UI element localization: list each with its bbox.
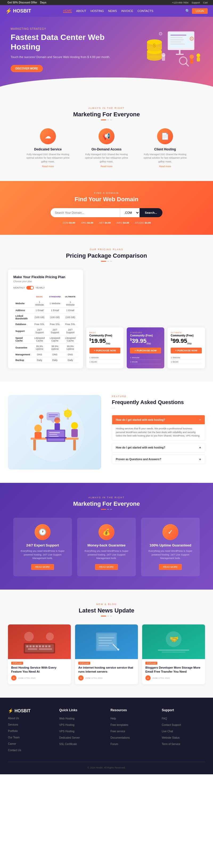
faq-question-2[interactable]: How do I get started with web hosting? + (112, 443, 205, 452)
support-link[interactable]: Support (191, 1, 200, 4)
domain-title: Find Your Web Domain (11, 196, 202, 203)
news-content-2: An internet hosting service service that… (75, 666, 138, 685)
faq-section: FEATURE Frequently Asked Questions · · ·… (0, 382, 213, 483)
svg-rect-28 (33, 440, 36, 451)
faq-question-text-1: How do I get started with web hosting? (116, 418, 165, 421)
discover-button[interactable]: DISCOVER MORE (11, 65, 43, 72)
table-row: Website1 Website1 Website1 Website (13, 300, 78, 308)
footer-link-livechat[interactable]: Live Chat (162, 730, 173, 733)
footer-link-faq[interactable]: FAQ (162, 717, 167, 720)
cart-link[interactable]: Cart (203, 1, 208, 4)
support-title: 24/7 Expert Support (19, 543, 67, 547)
ultimate-purchase-button[interactable]: + PURCHASE NOW (171, 348, 202, 353)
feature-row: 1 Month (171, 360, 202, 364)
footer-link-vps2[interactable]: VPS Hosting (59, 730, 74, 733)
domain-tlds: .COM $4.99 .ORG $4.99 .NET $4.99 .INFO $… (11, 221, 202, 224)
footer-link-career[interactable]: Career (8, 742, 16, 745)
feature-row: 1 Website (130, 355, 161, 360)
news-grid: POPULAR Best Hosting Service With Every … (8, 624, 205, 685)
footer-link-contactsupport[interactable]: Contact Support (162, 723, 181, 726)
moneyback-read-more-button[interactable]: READ MORE (95, 564, 118, 570)
tld-info: .INFO $4.99 (116, 221, 129, 224)
footer-link-ssl[interactable]: SSL Certificate (59, 743, 77, 746)
faq-subtitle: · · · (112, 407, 205, 410)
support-read-more-button[interactable]: READ MORE (31, 564, 54, 570)
footer-link-contact[interactable]: Contact Us (8, 749, 21, 752)
pricing-tag: OUR PRICING PLANS (8, 248, 205, 251)
footer-link-templates[interactable]: Free templates (111, 723, 128, 726)
basic-name: Community (Free) (89, 334, 121, 337)
nav-home[interactable]: HOME (63, 9, 72, 13)
nav-about[interactable]: ABOUT (76, 9, 86, 12)
news-date-2: JUNE 17TH, 2024 (85, 677, 102, 679)
ultimate-price: $99.95/mo (171, 338, 202, 345)
footer-link-freeservice[interactable]: Free service (111, 730, 125, 733)
footer-link-help[interactable]: Help (111, 717, 116, 720)
svg-rect-19 (190, 59, 193, 64)
news-tag: NEW & BLOG (8, 603, 205, 606)
phone-link[interactable]: +123-456-7654 (172, 1, 188, 4)
standard-purchase-button[interactable]: + PURCHASE NOW (130, 348, 161, 353)
domain-tag: FIND A DOMAIN (11, 192, 202, 194)
svg-text:⚙: ⚙ (189, 35, 194, 42)
footer-link-docs[interactable]: Documentations (111, 736, 130, 739)
svg-rect-65 (48, 645, 50, 647)
svg-rect-9 (171, 35, 186, 36)
nav-contacts[interactable]: CONTACTS (138, 9, 153, 12)
faq-question-1[interactable]: How do I get started with web hosting? − (112, 415, 205, 424)
plan-card-ultimate: ULTIMATE Community (Free) $99.95/mo + PU… (168, 328, 205, 368)
footer-link-vps[interactable]: VPS Hosting (59, 723, 74, 726)
domain-search-button[interactable]: Search... (140, 208, 162, 217)
faq-icon-1: − (199, 418, 201, 422)
toggle-switch[interactable] (26, 286, 34, 289)
uptime-read-more-button[interactable]: READ MORE (159, 564, 182, 570)
pricing-grid: Make Your Flexible Pricing Plan Choose y… (8, 270, 205, 368)
tld-org: .ORG $4.99 (81, 221, 93, 224)
footer-link-forum[interactable]: Forum (111, 743, 118, 746)
tld-net: .NET $4.99 (98, 221, 111, 224)
login-button[interactable]: LOGIN (192, 8, 208, 14)
nav-invoice[interactable]: INVOICE (121, 9, 133, 12)
client-read-more[interactable]: Read more (141, 165, 189, 168)
search-icon[interactable]: 🔍 (185, 9, 190, 13)
nav-news[interactable]: NEWS (108, 9, 117, 12)
news-date-1: JUNE 17TH, 2024 (18, 677, 35, 679)
footer-link-about[interactable]: About Us (8, 717, 19, 720)
domain-extension-select[interactable]: .COM .NET .ORG (120, 208, 140, 217)
news-meta-1: A JUNE 17TH, 2024 (11, 675, 68, 681)
nav-links: HOME ABOUT HOSTING NEWS INVOICE CONTACTS (63, 9, 153, 13)
news-title: Latest News Update (8, 607, 205, 614)
news-title-2: An internet hosting service service that… (78, 666, 135, 674)
footer-link-portfolio[interactable]: Portfolio (8, 730, 18, 733)
ultimate-name: Community (Free) (171, 334, 202, 337)
ondemand-read-more[interactable]: Read more (83, 165, 130, 168)
svg-point-56 (24, 632, 34, 641)
footer-link-dedicated[interactable]: Dedicated Server (59, 736, 80, 739)
feature-card-client: 📄 Client Hosting Fully Managed SSD Share… (141, 128, 189, 168)
svg-point-20 (196, 54, 200, 57)
svg-point-18 (189, 55, 194, 59)
top-bar: Get 50% Discount Offer Days +123-456-765… (0, 0, 213, 5)
footer-link-terms[interactable]: Term of Service (162, 743, 180, 746)
footer-link-webhosting[interactable]: Web Hosting (59, 717, 74, 720)
table-row: Support24/7 Support24/7 Support24/7 Supp… (13, 327, 78, 335)
faq-answer-1: Hosting services that fit your needs. We… (112, 424, 205, 440)
dedicated-icon: ☁ (40, 128, 56, 144)
logo-icon: ⚡ (5, 8, 12, 14)
footer-link-status[interactable]: Website Status (162, 736, 180, 739)
svg-rect-58 (26, 645, 29, 647)
marketing2-title: Marketing For Everyone (8, 500, 205, 507)
news-date-3: JUNE 17TH, 2024 (152, 677, 170, 679)
domain-search-input[interactable] (51, 208, 120, 217)
dedicated-read-more[interactable]: Read more (24, 165, 72, 168)
footer-link-services[interactable]: Services (8, 723, 18, 726)
basic-purchase-button[interactable]: + PURCHASE NOW (89, 348, 121, 353)
faq-question-3[interactable]: Proven as Questions and Answers? + (112, 455, 205, 464)
service-card-support: 🕐 24/7 Expert Support Everything you nee… (13, 518, 72, 576)
marketing-purple-section: ALWAYS IN THE RIGHT Marketing For Everyo… (0, 483, 213, 590)
marketing-tag: ALWAYS IN THE RIGHT (11, 107, 202, 110)
footer-link-team[interactable]: Our Team (8, 736, 20, 739)
nav-hosting[interactable]: HOSTING (91, 9, 104, 12)
ultimate-features: 1 Website 1 Month (171, 355, 202, 364)
support-desc: Everything you need WordPress is Super p… (19, 549, 67, 560)
